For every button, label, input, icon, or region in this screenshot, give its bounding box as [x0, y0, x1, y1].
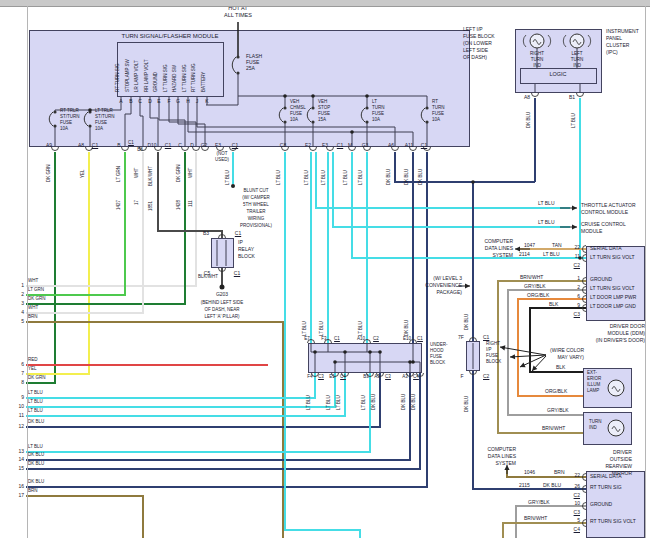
diagram-label: 111 — [189, 200, 194, 207]
diagram-label: WHT — [28, 306, 38, 311]
diagram-label: 2 — [577, 285, 580, 290]
diagram-label: G203 — [216, 292, 228, 297]
diagram-label: LT BLU — [538, 220, 555, 225]
wire — [178, 105, 205, 147]
diagram-label: LEFT 'A' PILLAR) — [204, 315, 239, 320]
diagram-label: USED) — [215, 158, 229, 163]
wire — [159, 105, 185, 147]
diagram-label: LT BLU — [28, 445, 43, 450]
diagram-label: LT BLU — [305, 170, 310, 185]
junction-dot — [313, 350, 317, 354]
diagram-label: RIGHT — [530, 52, 544, 57]
left-ip-note: LEFT I/P — [463, 27, 483, 32]
diagram-label: LT TURN SIG — [183, 64, 188, 92]
diagram-label: 17 — [18, 493, 24, 498]
diagram-label: 2115 — [519, 483, 530, 488]
diagram-label: OF DASH) — [463, 55, 487, 60]
diagram-label: B — [129, 99, 132, 104]
diagram-label: 10A — [60, 127, 68, 132]
diagram-label: FUSE BLOCK — [463, 34, 495, 39]
diagram-label: LT BLU — [28, 400, 43, 405]
diagram-label: BRN/WHT — [520, 275, 543, 280]
diagram-label: D — [190, 143, 194, 148]
diagram-label: LT BLU — [362, 395, 367, 410]
connector-pin-arc — [122, 147, 129, 151]
diagram-label: HOOD — [430, 349, 444, 354]
diagram-label: 9 — [577, 303, 580, 308]
junction-dot — [365, 94, 369, 98]
diagram-label: F3 — [215, 143, 221, 148]
lt-trlr-fuse — [84, 110, 91, 127]
module-title: TURN SIGNAL/FLASHER MODULE — [121, 33, 218, 39]
diagram-label: 1428 — [177, 200, 182, 210]
diagram-label: LR LAMP VOLT — [135, 60, 140, 92]
diagram-label: DK GRN — [28, 297, 46, 302]
diagram-label: RT TURN SIG — [116, 63, 121, 92]
diagram-label: OF DASH, NEAR — [204, 308, 239, 313]
diagram-label: 12 — [18, 424, 24, 429]
junction-dot — [378, 350, 382, 354]
connector-pin-arc — [52, 147, 59, 151]
left-turn-ind-lamp — [563, 34, 590, 48]
diagram-label: DK BLU — [527, 112, 532, 128]
diagram-label: FUSE — [486, 354, 498, 359]
diagram-label: BLK — [549, 302, 558, 307]
diagram-label: RT TURN SIG VOLT — [590, 519, 636, 524]
diagram-label: 13 — [18, 449, 24, 454]
diagram-label: LT TURN SIG — [164, 64, 169, 92]
wiring-svg — [0, 0, 650, 538]
ddm-note: DRIVER DOOR — [610, 324, 645, 329]
diagram-label: 10 — [18, 404, 24, 409]
row2-ltgrn — [26, 152, 125, 295]
diagram-label: A10 — [357, 337, 365, 342]
diagram-label: LT DOOR LMP PWR — [590, 295, 636, 300]
diagram-label: FUSE — [372, 112, 384, 117]
wire — [169, 105, 196, 147]
veh-stop-fuse — [307, 106, 314, 123]
row5-brn — [26, 322, 283, 538]
right-turn-ind-lamp — [523, 34, 550, 48]
g203-ground — [220, 285, 225, 290]
diagram-label: TURN — [589, 420, 602, 425]
diagram-label: 8 — [21, 380, 24, 385]
diagram-label: SYSTEM — [495, 461, 516, 466]
diagram-label: B3 — [363, 375, 369, 380]
junction-dot — [411, 360, 415, 364]
diagram-label: A3 — [374, 375, 380, 380]
diagram-label: LT GRN — [28, 288, 44, 293]
pointer-arrow-icon — [500, 345, 546, 355]
rt-turn-fuse — [421, 106, 428, 123]
diagram-label: TURN — [531, 58, 544, 63]
connector-pin-arc — [182, 147, 189, 151]
row11-ltblu — [26, 373, 345, 416]
diagram-label: 7F — [458, 335, 464, 340]
diagram-label: REARVIEW — [605, 464, 632, 469]
diagram-label: J — [196, 99, 199, 104]
diagram-label: A8 — [78, 143, 84, 148]
diagram-label: YEL — [28, 367, 37, 372]
diagram-label: ST/TURN — [60, 115, 80, 120]
diagram-label: 3 — [21, 301, 24, 306]
rt-trlr-wire — [26, 152, 55, 383]
wiring-diagram-page: HOT ATALL TIMESTURN SIGNAL/FLASHER MODUL… — [0, 0, 650, 538]
diagram-label: FUSE — [60, 121, 72, 126]
diagram-label: (BEHIND LEFT SIDE — [201, 301, 243, 306]
diagram-label: 16 — [18, 484, 24, 489]
diagram-label: RELAY — [238, 247, 254, 252]
pointer-arrow-icon — [510, 354, 546, 359]
ipc-note: INSTRUMENT — [606, 29, 639, 34]
diagram-label: DK BLU — [28, 480, 44, 485]
diagram-label: LEFT — [571, 52, 582, 57]
diagram-label: 1046 — [524, 470, 535, 475]
diagram-label: 5 — [21, 319, 24, 324]
diagram-label: G — [176, 99, 180, 104]
row15-dkblu — [26, 373, 420, 469]
diagram-label: GROUND — [154, 72, 159, 92]
diagram-label: C1 — [421, 143, 427, 148]
diagram-label: DK GRN — [28, 376, 46, 381]
diagram-label: E7 — [304, 337, 310, 342]
diagram-label: ORG/BLK — [527, 293, 549, 298]
diagram-label: RT — [432, 100, 438, 105]
diagram-label: A8 — [524, 95, 530, 100]
diagram-label: PANEL — [606, 36, 622, 41]
